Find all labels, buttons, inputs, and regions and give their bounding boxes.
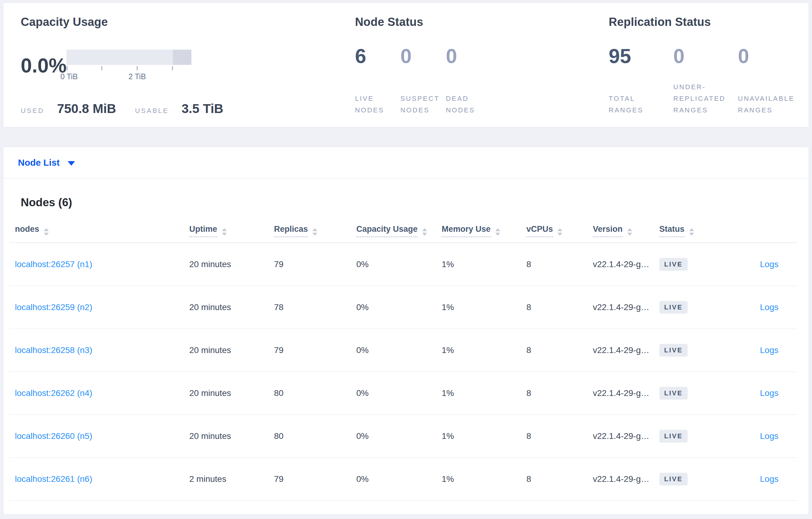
node-link[interactable]: localhost:26257 (n1) [15, 260, 92, 269]
vcpus-cell: 8 [526, 372, 593, 415]
capacity-bar-dark-segment [173, 50, 192, 65]
capacity-bar-track [66, 50, 192, 65]
column-header-capacity-usage[interactable]: Capacity Usage [356, 217, 442, 243]
column-header-status[interactable]: Status [659, 217, 732, 243]
dead-nodes-label: DEAD NODES [446, 93, 491, 116]
node-link[interactable]: localhost:26261 (n6) [15, 474, 92, 484]
logs-link[interactable]: Logs [760, 431, 779, 441]
replication-status-stats: 95 TOTAL RANGES 0 UNDER-REPLICATED RANGE… [609, 45, 803, 116]
vcpus-cell: 8 [526, 243, 593, 286]
total-ranges-label: TOTAL RANGES [609, 93, 668, 116]
column-header-logs [732, 217, 798, 243]
table-row: localhost:26261 (n6) 2 minutes 79 0% 1% … [9, 458, 798, 501]
node-list-panel: Node List Nodes (6) nodes Uptime Replica… [3, 147, 809, 515]
used-label: USED [21, 107, 44, 115]
nodes-table: nodes Uptime Replicas Capacity Usage Mem… [9, 217, 798, 501]
replicas-cell: 79 [274, 458, 356, 501]
node-list-dropdown-label: Node List [18, 157, 60, 168]
logs-link[interactable]: Logs [760, 388, 779, 398]
sort-icon [689, 228, 694, 236]
capacity-cell: 0% [356, 372, 442, 415]
suspect-nodes-value: 0 [401, 45, 446, 67]
vcpus-cell: 8 [526, 286, 593, 329]
used-value: 750.8 MiB [57, 101, 116, 116]
capacity-percent-value: 0.0% [21, 55, 66, 76]
axis-tick [67, 66, 68, 70]
column-header-replicas[interactable]: Replicas [274, 217, 356, 243]
under-replicated-ranges-label: UNDER-REPLICATED RANGES [673, 81, 733, 116]
column-header-vcpus[interactable]: vCPUs [526, 217, 593, 243]
node-link[interactable]: localhost:26260 (n5) [15, 431, 92, 441]
replicas-cell: 78 [274, 286, 356, 329]
sort-icon [422, 228, 427, 236]
live-nodes-value: 6 [355, 45, 401, 67]
memory-cell: 1% [442, 286, 526, 329]
chevron-down-icon [68, 161, 75, 166]
logs-link[interactable]: Logs [760, 345, 779, 355]
table-row: localhost:26259 (n2) 20 minutes 78 0% 1%… [9, 286, 798, 329]
axis-label-2tib: 2 TiB [128, 72, 146, 81]
uptime-cell: 20 minutes [189, 243, 274, 286]
status-badge: LIVE [659, 258, 688, 271]
axis-label-0tib: 0 TiB [60, 72, 78, 81]
column-header-uptime[interactable]: Uptime [189, 217, 274, 243]
status-badge: LIVE [659, 430, 688, 442]
axis-tick [172, 66, 173, 70]
logs-link[interactable]: Logs [760, 302, 779, 312]
version-cell: v22.1.4-29-g… [593, 243, 659, 286]
live-nodes-stat: 6 LIVE NODES [355, 45, 401, 116]
node-link[interactable]: localhost:26262 (n4) [15, 388, 92, 398]
summary-panel: Capacity Usage 0.0% 0 TiB 2 TiB [3, 2, 809, 127]
replication-status-section: Replication Status 95 TOTAL RANGES 0 UND… [609, 15, 803, 116]
replicas-cell: 80 [274, 415, 356, 458]
suspect-nodes-label: SUSPECT NODES [401, 93, 446, 116]
usable-value: 3.5 TiB [182, 101, 224, 116]
nodes-table-section: Nodes (6) nodes Uptime Replicas Capacity… [3, 196, 809, 501]
axis-tick [102, 66, 103, 70]
uptime-cell: 20 minutes [189, 286, 274, 329]
column-header-nodes[interactable]: nodes [9, 217, 189, 243]
live-nodes-label: LIVE NODES [355, 93, 401, 116]
version-cell: v22.1.4-29-g… [593, 329, 659, 372]
logs-link[interactable]: Logs [760, 474, 779, 484]
node-status-section: Node Status 6 LIVE NODES 0 SUSPECT NODES… [355, 15, 609, 116]
memory-cell: 1% [442, 415, 526, 458]
table-row: localhost:26262 (n4) 20 minutes 80 0% 1%… [9, 372, 798, 415]
column-header-memory-use[interactable]: Memory Use [442, 217, 526, 243]
status-badge: LIVE [659, 301, 688, 314]
sort-icon [557, 228, 562, 236]
usable-label: USABLE [135, 107, 169, 115]
sort-icon [627, 228, 632, 236]
nodes-heading: Nodes (6) [21, 196, 798, 209]
capacity-axis-ticks [66, 66, 192, 71]
version-cell: v22.1.4-29-g… [593, 286, 659, 329]
column-header-version[interactable]: Version [593, 217, 659, 243]
unavailable-ranges-label: UNAVAILABLE RANGES [738, 93, 798, 116]
unavailable-ranges-stat: 0 UNAVAILABLE RANGES [738, 45, 803, 116]
node-status-stats: 6 LIVE NODES 0 SUSPECT NODES 0 DEAD NODE… [355, 45, 609, 116]
node-list-dropdown[interactable]: Node List [3, 147, 809, 179]
dead-nodes-value: 0 [446, 45, 491, 67]
sort-icon [313, 228, 317, 236]
status-badge: LIVE [659, 387, 688, 400]
capacity-used-usable-row: USED 750.8 MiB USABLE 3.5 TiB [21, 101, 355, 116]
node-link[interactable]: localhost:26259 (n2) [15, 302, 92, 312]
capacity-bar: 0 TiB 2 TiB [66, 50, 192, 81]
table-header-row: nodes Uptime Replicas Capacity Usage Mem… [9, 217, 798, 243]
uptime-cell: 20 minutes [189, 415, 274, 458]
logs-link[interactable]: Logs [760, 260, 779, 269]
table-row: localhost:26257 (n1) 20 minutes 79 0% 1%… [9, 243, 798, 286]
vcpus-cell: 8 [526, 415, 593, 458]
replicas-cell: 80 [274, 372, 356, 415]
capacity-cell: 0% [356, 415, 442, 458]
replicas-cell: 79 [274, 329, 356, 372]
node-link[interactable]: localhost:26258 (n3) [15, 345, 92, 355]
table-row: localhost:26260 (n5) 20 minutes 80 0% 1%… [9, 415, 798, 458]
dead-nodes-stat: 0 DEAD NODES [446, 45, 491, 116]
total-ranges-stat: 95 TOTAL RANGES [609, 45, 673, 116]
version-cell: v22.1.4-29-g… [593, 372, 659, 415]
suspect-nodes-stat: 0 SUSPECT NODES [401, 45, 446, 116]
under-replicated-ranges-value: 0 [673, 45, 733, 67]
memory-cell: 1% [442, 329, 526, 372]
sort-icon [44, 228, 49, 236]
